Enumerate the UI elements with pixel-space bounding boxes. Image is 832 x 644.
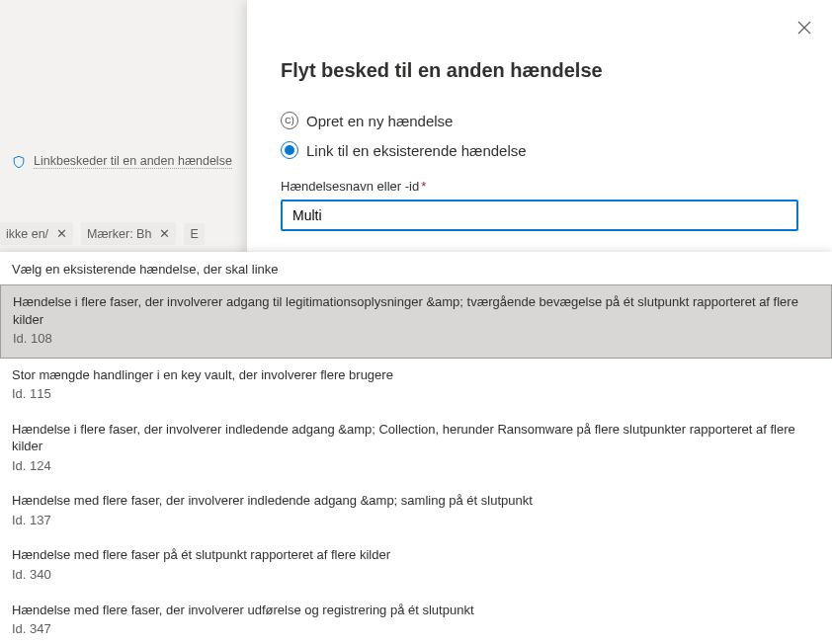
close-icon: [797, 21, 811, 35]
shield-icon: [12, 155, 26, 169]
suggestion-item-name: Stor mængde handlinger i en key vault, d…: [12, 366, 820, 384]
filter-chip-3-label: E: [190, 227, 198, 241]
background-link-row[interactable]: Linkbeskeder til en anden hændelse: [12, 154, 232, 169]
radio-link-label: Link til en eksisterende hændelse: [306, 142, 527, 159]
suggestion-item-name: Hændelse med flere faser på ét slutpunkt…: [12, 546, 820, 564]
background-filter-row: ikke en/ ✕ Mærker: Bh ✕ E: [0, 222, 205, 245]
suggestion-item[interactable]: Hændelse i flere faser, der involverer i…: [0, 413, 832, 485]
suggestion-item-id: Id. 137: [12, 512, 820, 529]
filter-chip-2-remove[interactable]: ✕: [159, 226, 170, 241]
incident-name-label: Hændelsesnavn eller -id*: [281, 179, 798, 194]
suggestion-item-name: Hændelse med flere faser, der involverer…: [12, 492, 820, 510]
suggestion-item-id: Id. 347: [12, 620, 820, 638]
suggestion-item-id: Id. 340: [12, 566, 820, 584]
radio-create-label: Opret en ny hændelse: [306, 113, 453, 129]
radio-checked-icon: [281, 141, 298, 159]
suggestions-list: Hændelse i flere faser, der involverer a…: [0, 284, 832, 644]
radio-link-incident[interactable]: Link til en eksisterende hændelse: [281, 141, 798, 159]
suggestions-header: Vælg en eksisterende hændelse, der skal …: [0, 252, 832, 284]
suggestion-item[interactable]: Hændelse med flere faser på ét slutpunkt…: [0, 538, 832, 593]
filter-chip-3[interactable]: E: [184, 223, 204, 245]
suggestion-item-id: Id. 124: [12, 457, 820, 475]
filter-chip-2-label: Mærker: Bh: [87, 227, 151, 241]
filter-chip-1-label: ikke en/: [6, 227, 48, 241]
incident-suggestions-dropdown: Vælg en eksisterende hændelse, der skal …: [0, 252, 832, 644]
filter-chip-1-remove[interactable]: ✕: [56, 226, 67, 241]
suggestion-item-name: Hændelse med flere faser, der involverer…: [12, 602, 820, 619]
incident-name-input[interactable]: [281, 200, 798, 231]
suggestion-item[interactable]: Hændelse i flere faser, der involverer a…: [0, 284, 832, 359]
filter-chip-1[interactable]: ikke en/ ✕: [0, 222, 73, 245]
radio-create-incident[interactable]: C) Opret en ny hændelse: [281, 112, 798, 129]
suggestion-item-name: Hændelse i flere faser, der involverer i…: [12, 421, 820, 455]
suggestion-item[interactable]: Hændelse med flere faser, der involverer…: [0, 484, 832, 538]
panel-title: Flyt besked til en anden hændelse: [281, 59, 798, 82]
radio-inner-dot: [285, 145, 294, 155]
incident-choice-radio-group: C) Opret en ny hændelse Link til en eksi…: [281, 112, 798, 159]
suggestion-item-name: Hændelse i flere faser, der involverer a…: [13, 293, 819, 328]
close-button[interactable]: [792, 16, 816, 40]
filter-chip-2[interactable]: Mærker: Bh ✕: [81, 222, 176, 245]
suggestion-item[interactable]: Stor mængde handlinger i en key vault, d…: [0, 359, 832, 413]
background-link-text: Linkbeskeder til en anden hændelse: [34, 154, 232, 169]
suggestion-item-id: Id. 108: [13, 330, 819, 348]
suggestion-item[interactable]: Hændelse med flere faser, der involverer…: [0, 594, 832, 644]
suggestion-item-id: Id. 115: [12, 385, 820, 403]
radio-circle-icon: C): [281, 112, 298, 129]
incident-name-field: Hændelsesnavn eller -id*: [281, 179, 798, 231]
